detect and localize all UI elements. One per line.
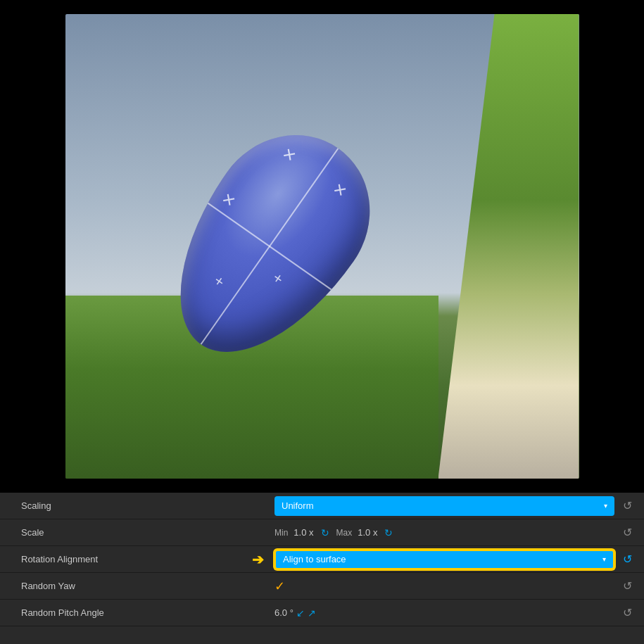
- pitch-value[interactable]: 6.0 °: [274, 607, 293, 618]
- rotation-alignment-dropdown[interactable]: Align to surface ▾: [274, 550, 614, 569]
- scale-label: Scale: [7, 527, 274, 538]
- viewport-container: ✕ ✕ ✕ + +: [0, 0, 644, 493]
- scaling-row: Scaling Uniform ▾ ↺: [0, 493, 644, 519]
- chevron-down-icon: ▾: [604, 502, 607, 510]
- max-label: Max: [336, 528, 353, 538]
- scaling-label: Scaling: [7, 500, 274, 511]
- rotation-alignment-control: ➔ Align to surface ▾: [274, 550, 614, 569]
- random-yaw-row: Random Yaw ✓ ↺: [0, 573, 644, 600]
- random-yaw-label: Random Yaw: [7, 581, 274, 591]
- random-pitch-angle-row: Random Pitch Angle 6.0 ° ↙ ↗ ↺: [0, 600, 644, 626]
- rotation-alignment-label: Rotation Alignment: [7, 554, 274, 564]
- random-pitch-angle-control: 6.0 ° ↙ ↗: [274, 607, 614, 619]
- min-cycle-icon[interactable]: ↻: [321, 527, 329, 538]
- scale-control: Min 1.0 x ↻ Max 1.0 x ↻: [274, 527, 614, 538]
- pitch-value-stepper: 6.0 ° ↙ ↗: [274, 607, 316, 619]
- random-pitch-angle-label: Random Pitch Angle: [7, 607, 274, 618]
- scale-reset-button[interactable]: ↺: [617, 523, 637, 543]
- annotation-arrow-icon: ➔: [252, 551, 264, 568]
- scale-row: Scale Min 1.0 x ↻ Max 1.0 x ↻ ↺: [0, 519, 644, 546]
- viewport-canvas[interactable]: ✕ ✕ ✕ + +: [65, 14, 579, 479]
- scaling-reset-button[interactable]: ↺: [617, 496, 637, 516]
- min-value[interactable]: 1.0 x: [293, 527, 313, 538]
- rotation-alignment-reset-button[interactable]: ↺: [617, 550, 637, 569]
- rotation-alignment-value: Align to surface: [283, 554, 346, 564]
- checkmark-icon[interactable]: ✓: [274, 579, 285, 594]
- chevron-down-icon: ▾: [602, 555, 606, 563]
- scaling-control: Uniform ▾: [274, 496, 614, 516]
- scale-minmax: Min 1.0 x ↻ Max 1.0 x ↻: [274, 527, 396, 538]
- scaling-value: Uniform: [282, 500, 314, 511]
- properties-panel: Scaling Uniform ▾ ↺ Scale Min 1.0 x ↻ Ma…: [0, 493, 644, 644]
- random-pitch-reset-button[interactable]: ↺: [617, 603, 637, 623]
- max-value[interactable]: 1.0 x: [358, 527, 377, 538]
- rotation-alignment-row: Rotation Alignment ➔ Align to surface ▾ …: [0, 546, 644, 573]
- max-cycle-icon[interactable]: ↻: [384, 527, 393, 538]
- scaling-dropdown[interactable]: Uniform ▾: [274, 496, 614, 516]
- random-yaw-control: ✓: [274, 579, 614, 594]
- min-label: Min: [274, 528, 288, 538]
- pitch-decrement-icon[interactable]: ↙: [296, 607, 305, 619]
- random-yaw-reset-button[interactable]: ↺: [617, 576, 637, 596]
- pitch-increment-icon[interactable]: ↗: [308, 607, 316, 619]
